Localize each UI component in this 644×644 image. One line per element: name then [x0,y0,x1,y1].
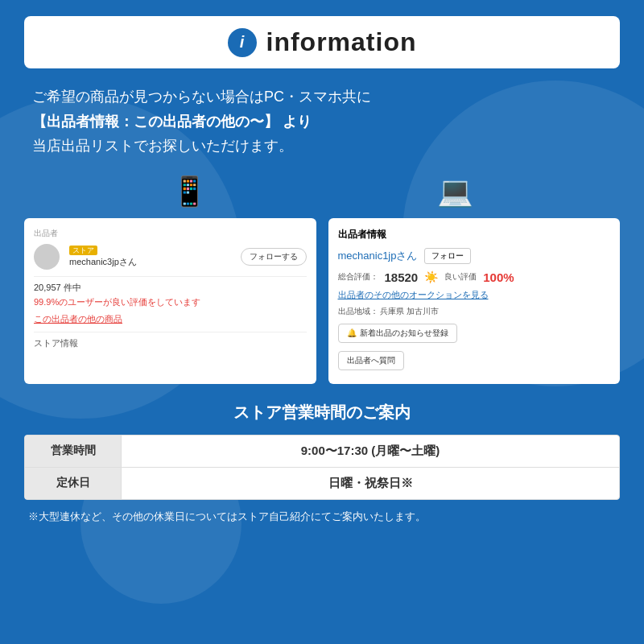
hours-value-0: 9:00〜17:30 (月曜〜土曜) [122,436,619,467]
screenshot-left: 出品者 ストア mechanic3jpさん フォローする 20,957 件中 9… [24,218,316,384]
ss-left-user-row: ストア mechanic3jpさん フォローする [34,244,307,270]
description-line3: 当店出品リストでお探しいただけます。 [32,134,612,159]
hours-label-1: 定休日 [25,468,122,499]
ss-good-pct: 100% [483,270,514,284]
ss-left-avatar [34,244,60,270]
ss-left-label: 出品者 [34,228,307,239]
bell-icon: 🔔 [347,328,357,337]
ss-right-follow-btn[interactable]: フォロー [424,248,471,264]
ss-left-rating: 99.9%のユーザーが良い評価をしています [34,296,307,308]
ss-left-store-badge: ストア [69,246,97,255]
screenshot-right: 出品者情報 mechanic1jpさん フォロー 総合評価： 18520 ☀️ … [328,218,621,384]
ss-question-btn[interactable]: 出品者へ質問 [338,351,404,370]
ss-left-store-info: ストア情報 [34,337,307,349]
page-title: information [266,27,417,57]
ss-rating-num: 18520 [385,270,419,284]
description-line1: ご希望の商品が見つからない場合はPC・スマホ共に [32,85,612,109]
ss-right-user-row: mechanic1jpさん フォロー [338,248,611,264]
smartphone-icon: 📱 [171,175,208,208]
ss-auction-link[interactable]: 出品者のその他のオークションを見る [338,289,611,301]
ss-new-items-btn[interactable]: 🔔新着出品のお知らせ登録 [338,324,457,343]
store-hours-section: ストア営業時間のご案内 営業時間 9:00〜17:30 (月曜〜土曜) 定休日 … [24,402,620,524]
laptop-icon: 💻 [437,175,473,208]
screenshots-row: 出品者 ストア mechanic3jpさん フォローする 20,957 件中 9… [24,218,620,384]
ss-right-title: 出品者情報 [338,228,611,242]
ss-good-label: 良い評価 [444,271,477,283]
hours-row-0: 営業時間 9:00〜17:30 (月曜〜土曜) [25,436,619,468]
ss-left-follow-btn[interactable]: フォローする [241,248,307,266]
info-icon: i [228,28,257,57]
hours-table: 営業時間 9:00〜17:30 (月曜〜土曜) 定休日 日曜・祝祭日※ [24,435,620,500]
device-icons-row: 📱 💻 [24,175,620,208]
description-line2: 【出品者情報：この出品者の他の〜】 より [32,109,612,134]
description-block: ご希望の商品が見つからない場合はPC・スマホ共に 【出品者情報：この出品者の他の… [24,85,620,159]
ss-rating-label: 総合評価： [338,271,378,283]
ss-location: 出品地域： 兵庫県 加古川市 [338,306,611,317]
ss-left-count: 20,957 件中 [34,282,307,294]
ss-right-username: mechanic1jpさん [338,249,418,263]
hours-value-1: 日曜・祝祭日※ [122,468,619,499]
hours-label-0: 営業時間 [25,436,122,467]
header-box: i information [24,16,620,68]
hours-row-1: 定休日 日曜・祝祭日※ [25,468,619,499]
note-text: ※大型連休など、その他の休業日についてはストア自己紹介にてご案内いたします。 [24,510,620,524]
ss-left-other-link[interactable]: この出品者の他の商品 [34,313,307,325]
ss-left-username: mechanic3jpさん [69,256,137,268]
store-hours-title: ストア営業時間のご案内 [24,402,620,423]
ss-right-rating-row: 総合評価： 18520 ☀️ 良い評価 100% [338,270,611,284]
